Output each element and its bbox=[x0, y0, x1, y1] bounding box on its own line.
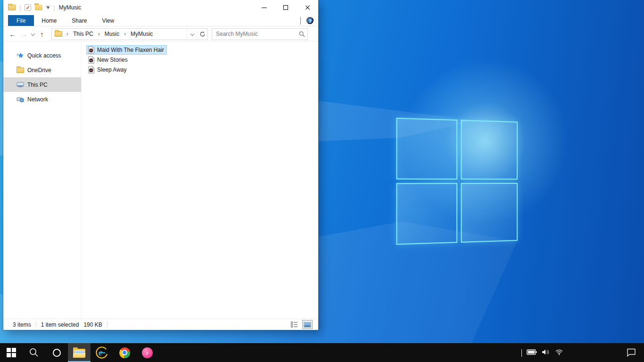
sidebar-item-label: Quick access bbox=[27, 52, 61, 59]
windows-start-icon bbox=[7, 348, 16, 357]
cortana-icon bbox=[53, 349, 61, 357]
nav-buttons: ← → ↑ bbox=[3, 30, 48, 38]
search-box[interactable] bbox=[212, 28, 308, 40]
file-row[interactable]: Maid With The Flaxen Hair bbox=[86, 45, 167, 55]
itunes-button[interactable]: ♪ bbox=[136, 343, 158, 362]
breadcrumb-this-pc[interactable]: This PC bbox=[73, 31, 94, 37]
breadcrumb-separator-icon: › bbox=[96, 31, 102, 37]
details-view-button[interactable] bbox=[289, 320, 299, 329]
file-row[interactable]: Sleep Away bbox=[86, 65, 130, 74]
sidebar-item-label: Network bbox=[27, 96, 48, 103]
tab-view[interactable]: View bbox=[94, 15, 122, 26]
separator: | bbox=[19, 4, 21, 11]
separator bbox=[36, 321, 36, 328]
battery-icon bbox=[527, 349, 537, 355]
address-dropdown-button[interactable] bbox=[187, 29, 197, 40]
search-icon[interactable] bbox=[296, 31, 307, 37]
sidebar-item-network[interactable]: Network bbox=[3, 92, 81, 107]
sidebar-item-onedrive[interactable]: OneDrive bbox=[3, 63, 81, 77]
window-title: MyMusic bbox=[59, 4, 81, 11]
refresh-button[interactable] bbox=[197, 29, 207, 40]
details-view-icon bbox=[291, 321, 298, 328]
separator bbox=[107, 321, 107, 328]
audio-file-icon bbox=[88, 66, 95, 74]
up-button[interactable]: ↑ bbox=[36, 30, 48, 38]
recent-locations-dropdown[interactable] bbox=[30, 33, 36, 35]
cortana-button[interactable] bbox=[45, 343, 68, 362]
file-name: Sleep Away bbox=[97, 66, 127, 73]
start-button[interactable] bbox=[0, 343, 23, 362]
navigation-toolbar: ← → ↑ › This PC › Music › MyMusic bbox=[3, 27, 318, 41]
customize-qat-dropdown[interactable] bbox=[46, 6, 50, 9]
taskbar-search-button[interactable] bbox=[23, 343, 45, 362]
desktop: | ✓ | MyMusic File Home Share View bbox=[0, 0, 644, 362]
file-name: New Stories bbox=[97, 57, 128, 63]
itunes-icon: ♪ bbox=[142, 347, 153, 358]
tray-expand-button[interactable] bbox=[521, 349, 522, 356]
sidebar-item-this-pc[interactable]: This PC bbox=[3, 77, 81, 92]
title-bar[interactable]: | ✓ | MyMusic bbox=[3, 0, 318, 15]
breadcrumb-mymusic[interactable]: MyMusic bbox=[130, 31, 153, 37]
search-input[interactable] bbox=[212, 31, 296, 37]
close-button[interactable] bbox=[297, 0, 318, 15]
tab-share[interactable]: Share bbox=[64, 15, 94, 26]
forward-button[interactable]: → bbox=[18, 30, 30, 38]
item-count: 3 items bbox=[13, 321, 31, 328]
selection-size: 190 KB bbox=[83, 321, 102, 328]
volume-status[interactable] bbox=[542, 349, 550, 357]
maximize-icon bbox=[283, 5, 288, 10]
quick-access-toolbar: | ✓ | bbox=[3, 4, 55, 11]
sidebar-item-label: OneDrive bbox=[27, 67, 51, 74]
file-row[interactable]: New Stories bbox=[86, 55, 131, 65]
chevron-down-icon bbox=[300, 17, 301, 25]
window-controls bbox=[253, 0, 318, 15]
help-button[interactable]: ? bbox=[306, 17, 314, 24]
audio-file-icon bbox=[88, 46, 95, 54]
back-button[interactable]: ← bbox=[7, 30, 18, 38]
battery-status[interactable] bbox=[527, 349, 537, 356]
audio-file-icon bbox=[88, 56, 95, 64]
chevron-down-icon bbox=[190, 32, 194, 36]
breadcrumb-separator-icon: › bbox=[65, 31, 70, 37]
folder-icon bbox=[17, 67, 24, 73]
sidebar-item-quick-access[interactable]: Quick access bbox=[3, 48, 81, 63]
file-explorer-icon bbox=[73, 348, 85, 358]
thumbnail-view-button[interactable] bbox=[302, 320, 313, 329]
separator: | bbox=[53, 4, 55, 11]
network-status[interactable] bbox=[555, 349, 563, 357]
refresh-icon bbox=[199, 31, 206, 37]
internet-explorer-icon: e bbox=[96, 346, 108, 359]
windows-logo-pane bbox=[396, 118, 457, 180]
status-bar: 3 items 1 item selected 190 KB bbox=[3, 319, 318, 330]
sidebar-item-label: This PC bbox=[27, 82, 48, 88]
windows-logo-pane bbox=[396, 183, 457, 245]
monitor-icon bbox=[17, 81, 24, 89]
star-icon bbox=[17, 52, 24, 59]
taskbar: e ♪ bbox=[0, 343, 644, 362]
internet-explorer-button[interactable]: e bbox=[91, 343, 113, 362]
search-icon bbox=[29, 347, 39, 358]
maximize-button[interactable] bbox=[275, 0, 297, 15]
new-folder-icon[interactable] bbox=[35, 5, 42, 10]
address-bar[interactable]: › This PC › Music › MyMusic bbox=[51, 28, 208, 40]
chevron-down-icon bbox=[31, 32, 35, 36]
tab-file[interactable]: File bbox=[8, 15, 34, 26]
chrome-button[interactable] bbox=[113, 343, 136, 362]
system-tray bbox=[521, 343, 563, 362]
action-center-button[interactable] bbox=[623, 343, 639, 362]
explorer-main: Quick access OneDrive This PC bbox=[3, 41, 318, 319]
breadcrumb-music[interactable]: Music bbox=[104, 31, 120, 37]
tab-home[interactable]: Home bbox=[34, 15, 64, 26]
chevron-up-icon bbox=[521, 349, 522, 357]
selection-count: 1 item selected bbox=[41, 321, 79, 328]
windows-logo bbox=[396, 118, 518, 245]
minimize-button[interactable] bbox=[253, 0, 275, 15]
view-switcher bbox=[289, 320, 318, 329]
file-explorer-window: | ✓ | MyMusic File Home Share View bbox=[3, 0, 318, 330]
properties-check-icon[interactable]: ✓ bbox=[25, 4, 31, 11]
windows-logo-pane bbox=[461, 120, 518, 180]
taskbar-file-explorer-button[interactable] bbox=[68, 343, 91, 362]
network-icon bbox=[17, 96, 24, 103]
action-center-icon bbox=[627, 348, 636, 357]
expand-ribbon-button[interactable] bbox=[300, 17, 301, 24]
